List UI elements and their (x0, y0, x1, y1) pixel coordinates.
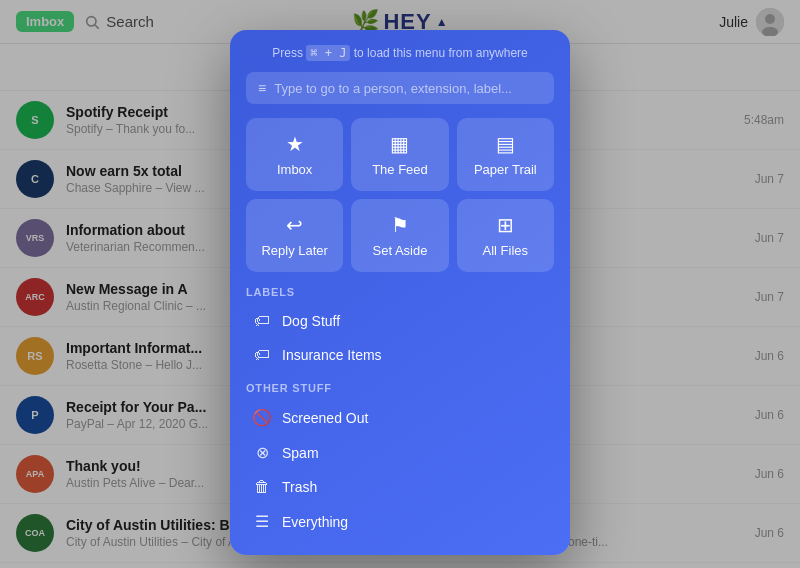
other-item-screenedout[interactable]: 🚫 Screened Out (246, 400, 554, 435)
nav-grid: ★ Imbox ▦ The Feed ▤ Paper Trail ↩ Reply… (246, 118, 554, 272)
filter-icon: ≡ (258, 80, 266, 96)
everything-label: Everything (282, 514, 348, 530)
nav-item-allfiles[interactable]: ⊞ All Files (457, 199, 554, 272)
nav-item-imbox[interactable]: ★ Imbox (246, 118, 343, 191)
keyboard-shortcut: ⌘ + J (306, 45, 350, 61)
screenedout-label: Screened Out (282, 410, 368, 426)
menu-search-input[interactable] (274, 81, 542, 96)
dogstuff-icon: 🏷 (252, 312, 272, 330)
imbox-icon: ★ (286, 132, 304, 156)
insurance-label: Insurance Items (282, 347, 382, 363)
other-item-spam[interactable]: ⊗ Spam (246, 435, 554, 470)
other-list: 🚫 Screened Out ⊗ Spam 🗑 Trash ☰ Everythi… (246, 400, 554, 539)
papertrail-label: Paper Trail (474, 162, 537, 177)
spam-icon: ⊗ (252, 443, 272, 462)
menu-hint: Press ⌘ + J to load this menu from anywh… (246, 46, 554, 60)
trash-icon: 🗑 (252, 478, 272, 496)
labels-section-title: LABELS (246, 286, 554, 298)
insurance-icon: 🏷 (252, 346, 272, 364)
screenedout-icon: 🚫 (252, 408, 272, 427)
dogstuff-label: Dog Stuff (282, 313, 340, 329)
other-item-trash[interactable]: 🗑 Trash (246, 470, 554, 504)
allfiles-icon: ⊞ (497, 213, 514, 237)
replylater-icon: ↩ (286, 213, 303, 237)
nav-item-papertrail[interactable]: ▤ Paper Trail (457, 118, 554, 191)
nav-item-replylater[interactable]: ↩ Reply Later (246, 199, 343, 272)
labels-list: 🏷 Dog Stuff 🏷 Insurance Items (246, 304, 554, 372)
trash-label: Trash (282, 479, 317, 495)
feed-label: The Feed (372, 162, 428, 177)
label-item-insurance[interactable]: 🏷 Insurance Items (246, 338, 554, 372)
feed-icon: ▦ (390, 132, 409, 156)
imbox-label: Imbox (277, 162, 312, 177)
other-item-everything[interactable]: ☰ Everything (246, 504, 554, 539)
replylater-label: Reply Later (261, 243, 327, 258)
nav-item-setaside[interactable]: ⚑ Set Aside (351, 199, 448, 272)
allfiles-label: All Files (483, 243, 529, 258)
everything-icon: ☰ (252, 512, 272, 531)
spam-label: Spam (282, 445, 319, 461)
nav-item-feed[interactable]: ▦ The Feed (351, 118, 448, 191)
menu-panel: Press ⌘ + J to load this menu from anywh… (230, 30, 570, 555)
menu-search-box[interactable]: ≡ (246, 72, 554, 104)
other-section-title: OTHER STUFF (246, 382, 554, 394)
setaside-icon: ⚑ (391, 213, 409, 237)
label-item-dogstuff[interactable]: 🏷 Dog Stuff (246, 304, 554, 338)
setaside-label: Set Aside (373, 243, 428, 258)
papertrail-icon: ▤ (496, 132, 515, 156)
overlay[interactable]: Press ⌘ + J to load this menu from anywh… (0, 0, 800, 568)
